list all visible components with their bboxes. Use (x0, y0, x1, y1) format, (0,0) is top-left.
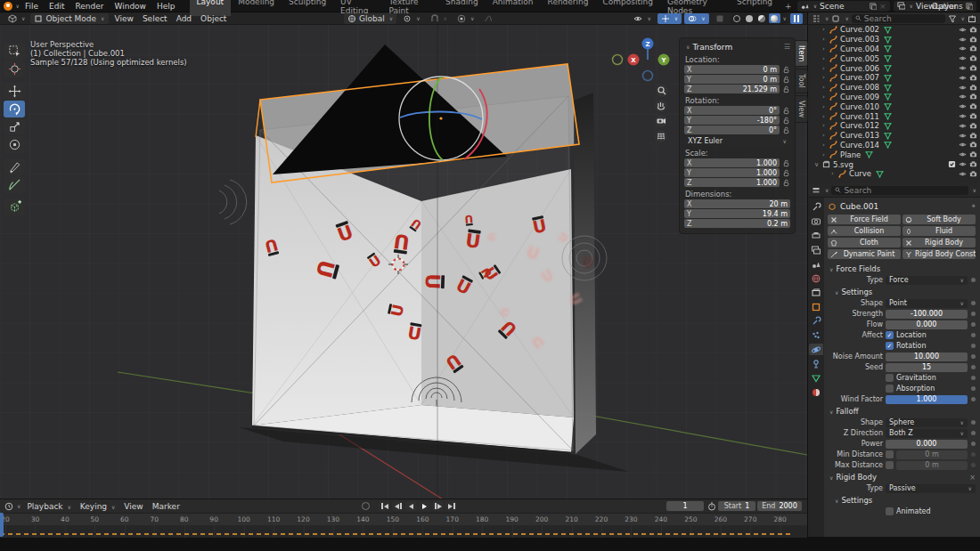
dimensions-x-field[interactable]: X 20 m (684, 199, 790, 208)
properties-tab-scene[interactable] (809, 258, 823, 270)
animate-dot[interactable] (971, 376, 976, 380)
properties-tab-material[interactable] (809, 386, 823, 398)
lock-icon[interactable] (782, 107, 790, 115)
expand-icon[interactable]: ∨ (813, 161, 820, 168)
outliner-item-curve-004[interactable]: › Curve.004 (808, 45, 980, 54)
frame-end-field[interactable]: End2000 (757, 501, 802, 511)
properties-tab-collection[interactable] (809, 287, 823, 298)
camera-view-button[interactable] (655, 115, 667, 127)
lock-icon[interactable] (782, 76, 790, 84)
disable-render-icon[interactable] (969, 54, 977, 62)
hide-viewport-icon[interactable] (959, 170, 967, 178)
hide-viewport-icon[interactable] (959, 160, 967, 168)
outliner-display-mode-icon[interactable] (812, 14, 821, 23)
scene-selector[interactable]: ∨ Scene × (797, 1, 890, 12)
magnet-object[interactable]: U (464, 229, 482, 253)
shading-material-button[interactable] (756, 13, 768, 23)
menu-render[interactable]: Render (69, 2, 109, 11)
lock-icon[interactable] (782, 126, 790, 134)
timeline-menu-marker[interactable]: Marker (148, 502, 184, 511)
annotate-tool[interactable] (4, 158, 25, 175)
outliner-item-curve-006[interactable]: › Curve.006 (808, 63, 980, 73)
n-panel-tab-view[interactable]: View (796, 95, 808, 123)
hide-viewport-icon[interactable] (959, 150, 967, 158)
show-gizmo-toggle[interactable]: ∨ (657, 13, 682, 24)
pivot-point-button[interactable]: ∨ (399, 13, 423, 24)
expand-icon[interactable]: › (821, 113, 827, 120)
outliner-item-curve-013[interactable]: › Curve.013 (808, 131, 980, 141)
lock-icon[interactable] (782, 169, 790, 177)
add-workspace-button[interactable]: + (780, 2, 797, 11)
properties-tab-object[interactable] (809, 301, 823, 312)
scale-x-field[interactable]: X 1.000 (684, 158, 780, 167)
hide-viewport-icon[interactable] (959, 64, 967, 72)
expand-icon[interactable]: › (821, 45, 827, 53)
play-button[interactable] (419, 501, 430, 511)
measure-tool[interactable] (4, 176, 25, 193)
zoom-button[interactable] (656, 85, 668, 97)
disable-render-icon[interactable] (969, 84, 977, 92)
rigid-body-settings-header[interactable]: ∨ Settings (828, 495, 976, 506)
outliner-item-name[interactable]: Curve.007 (840, 73, 879, 82)
animate-dot[interactable] (971, 431, 976, 435)
hide-viewport-icon[interactable] (959, 74, 967, 82)
gravitation-checkbox[interactable] (886, 374, 894, 382)
rigid-body-panel-header[interactable]: ∨ Rigid Body × (828, 472, 976, 482)
proportional-edit-button[interactable]: ∨ (453, 13, 478, 24)
lock-icon[interactable] (782, 117, 790, 125)
outliner-item-curve-011[interactable]: › Curve.011 (808, 111, 980, 121)
prev-keyframe-button[interactable] (392, 501, 404, 511)
disable-render-icon[interactable] (969, 36, 977, 44)
properties-tab-render[interactable] (809, 215, 823, 227)
outliner-item-curve-008[interactable]: › Curve.008 (808, 83, 980, 93)
animate-dot[interactable] (971, 452, 976, 457)
disable-render-icon[interactable] (969, 122, 977, 130)
outliner-item-5-svg[interactable]: ∨ 5.svg (808, 159, 980, 169)
disable-render-icon[interactable] (969, 132, 977, 140)
outliner-item-name[interactable]: Curve.002 (840, 25, 879, 34)
outliner-item-curve-002[interactable]: › Curve.002 (808, 25, 980, 35)
flow-field[interactable]: 0.000 (886, 320, 968, 329)
location-y-field[interactable]: Y 0 m (684, 75, 780, 84)
properties-tab-output[interactable] (809, 230, 823, 241)
properties-tab-physics[interactable] (809, 344, 823, 355)
pin-icon[interactable]: ⌖ (971, 202, 976, 211)
affect-location-checkbox[interactable]: ✓ (886, 331, 894, 339)
animate-dot[interactable] (971, 397, 976, 401)
outliner-item-name[interactable]: 5.svg (833, 160, 853, 169)
navigation-gizmo[interactable]: Z X Y (611, 36, 682, 147)
dimensions-z-field[interactable]: Z 0.2 m (684, 219, 790, 228)
disable-render-icon[interactable] (969, 64, 977, 72)
outliner-item-name[interactable]: Plane (840, 150, 861, 159)
stopwatch-icon[interactable] (707, 502, 716, 511)
remove-rigid-body-icon[interactable]: × (969, 474, 976, 482)
outliner-item-curve-012[interactable]: › Curve.012 (808, 121, 980, 131)
panel-grip-icon[interactable]: ☰ (784, 43, 790, 51)
magnet-object[interactable]: U (464, 213, 474, 226)
expand-icon[interactable]: › (821, 93, 827, 101)
shading-rendered-button[interactable] (769, 13, 780, 23)
physics-button-cloth[interactable]: Cloth (828, 238, 901, 247)
animate-dot[interactable] (971, 301, 976, 305)
outliner-item-name[interactable]: Curve.005 (840, 54, 879, 63)
outliner-item-curve-014[interactable]: › Curve.014 (808, 141, 980, 150)
outliner-item-plane[interactable]: › Plane (808, 150, 980, 159)
properties-tab-tool[interactable] (809, 201, 823, 213)
outliner-item-name[interactable]: Curve.004 (840, 45, 879, 53)
hide-viewport-icon[interactable] (959, 93, 967, 101)
hide-viewport-icon[interactable] (959, 54, 967, 62)
scale-z-field[interactable]: Z 1.000 (684, 178, 780, 187)
workspace-tab-sculpting[interactable]: Sculpting (282, 0, 333, 16)
z-direction-dropdown[interactable]: Both Z∨ (886, 429, 968, 438)
cursor-tool[interactable] (4, 61, 25, 77)
animate-dot[interactable] (971, 333, 976, 337)
outliner-item-curve-003[interactable]: › Curve.003 (808, 35, 980, 45)
expand-icon[interactable]: › (821, 65, 827, 72)
dimensions-y-field[interactable]: Y 19.4 m (684, 209, 790, 218)
editor-type-button[interactable]: ∨ (4, 13, 29, 24)
hide-viewport-icon[interactable] (959, 112, 967, 120)
seed-field[interactable]: 15 (886, 363, 968, 372)
expand-icon[interactable]: › (829, 170, 836, 177)
properties-search-input[interactable]: Search (831, 186, 968, 195)
outliner-item-name[interactable]: Curve.012 (840, 121, 879, 130)
